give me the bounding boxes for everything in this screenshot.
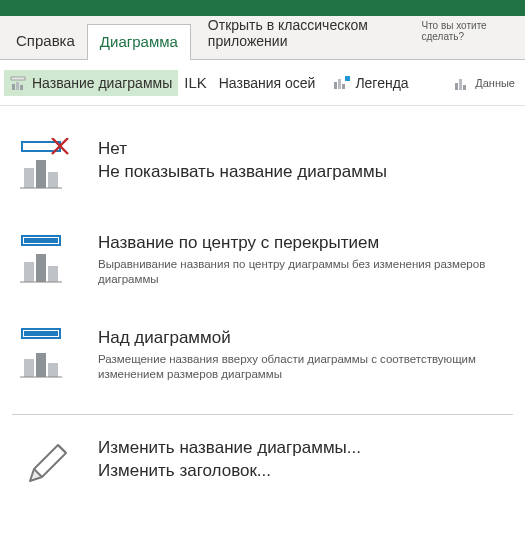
chart-title-menu: Нет Не показывать название диаграммы Наз… xyxy=(0,106,525,523)
svg-rect-1 xyxy=(12,84,15,90)
option-none-desc: Не показывать название диаграммы xyxy=(98,161,387,184)
svg-rect-21 xyxy=(36,254,46,282)
legend-icon xyxy=(333,74,351,92)
option-edit-title[interactable]: Изменить название диаграммы... Изменить … xyxy=(12,415,513,517)
option-centered-title: Название по центру с перекрытием xyxy=(98,232,507,255)
option-above-icon xyxy=(18,327,76,381)
svg-rect-19 xyxy=(24,238,58,243)
ribbon-axis-titles[interactable]: Названия осей xyxy=(213,71,322,95)
ribbon-legend-label: Легенда xyxy=(355,75,408,91)
option-above-desc: Размещение названия вверху области диагр… xyxy=(98,352,507,382)
svg-rect-7 xyxy=(345,76,350,81)
tab-help[interactable]: Справка xyxy=(4,24,87,59)
svg-rect-6 xyxy=(342,84,345,89)
svg-rect-27 xyxy=(36,353,46,377)
ribbon-data-label: Данные xyxy=(475,77,515,89)
option-centered-overlay[interactable]: Название по центру с перекрытием Выравни… xyxy=(12,218,513,313)
option-none[interactable]: Нет Не показывать название диаграммы xyxy=(12,124,513,218)
tell-me-search[interactable]: Что вы хотите сделать? xyxy=(421,16,521,42)
option-above-chart[interactable]: Над диаграммой Размещение названия вверх… xyxy=(12,313,513,408)
ribbon-chart-title[interactable]: Название диаграммы xyxy=(4,70,178,96)
ribbon-tabs: Справка Диаграмма Открыть в классическом… xyxy=(0,16,525,60)
ribbon-axis-ilk: ILK xyxy=(184,74,207,91)
svg-rect-5 xyxy=(338,79,341,89)
ribbon-legend[interactable]: Легенда xyxy=(327,70,414,96)
svg-rect-14 xyxy=(24,168,34,188)
svg-rect-25 xyxy=(24,331,58,336)
chart-title-icon xyxy=(10,74,28,92)
svg-rect-8 xyxy=(455,83,458,90)
svg-rect-3 xyxy=(20,85,23,90)
pencil-icon xyxy=(18,437,76,491)
svg-rect-16 xyxy=(48,172,58,188)
option-edit-title-text: Изменить название диаграммы... xyxy=(98,437,361,460)
option-above-title: Над диаграммой xyxy=(98,327,507,350)
tab-chart[interactable]: Диаграмма xyxy=(87,24,191,60)
ribbon-chart-group: Название диаграммы ILK Названия осей Лег… xyxy=(0,60,525,106)
svg-rect-0 xyxy=(11,77,25,80)
option-edit-subtitle: Изменить заголовок... xyxy=(98,460,361,483)
tab-open-in-desktop[interactable]: Открыть в классическом приложении xyxy=(196,9,422,59)
svg-rect-4 xyxy=(334,82,337,89)
svg-rect-9 xyxy=(459,79,462,90)
option-none-title: Нет xyxy=(98,138,387,161)
svg-rect-2 xyxy=(16,82,19,90)
svg-rect-28 xyxy=(48,363,58,377)
svg-rect-15 xyxy=(36,160,46,188)
option-centered-icon xyxy=(18,232,76,286)
option-none-icon xyxy=(18,138,76,192)
svg-rect-22 xyxy=(48,266,58,282)
option-centered-desc: Выравнивание названия по центру диаграмм… xyxy=(98,257,507,287)
svg-rect-20 xyxy=(24,262,34,282)
data-icon xyxy=(453,74,471,92)
svg-rect-26 xyxy=(24,359,34,377)
svg-rect-10 xyxy=(463,85,466,90)
ribbon-axis-titles-label: Названия осей xyxy=(219,75,316,91)
ribbon-chart-title-label: Название диаграммы xyxy=(32,75,172,91)
ribbon-data[interactable]: Данные xyxy=(447,70,521,96)
svg-rect-11 xyxy=(22,142,60,151)
